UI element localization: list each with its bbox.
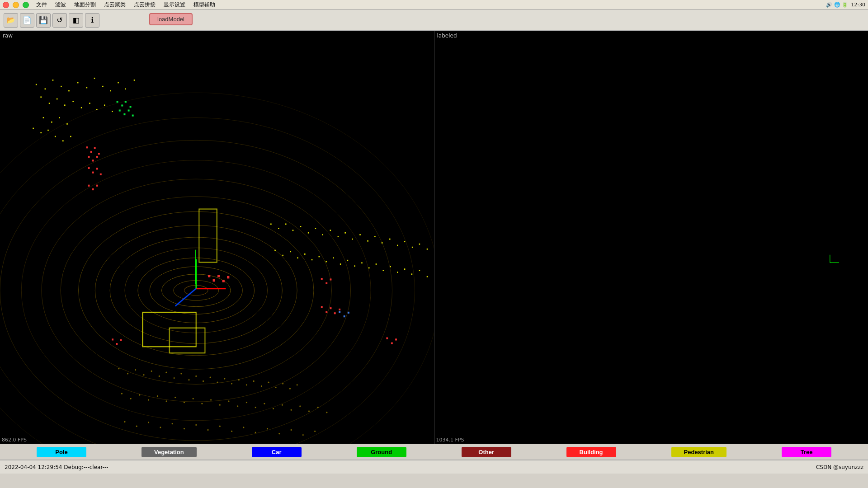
svg-point-162 bbox=[275, 387, 276, 388]
menu-cluster[interactable]: 点云聚类 bbox=[100, 1, 129, 9]
svg-rect-25 bbox=[110, 90, 111, 92]
filter-button[interactable]: ◧ bbox=[69, 13, 83, 28]
info-button[interactable]: ℹ bbox=[85, 13, 99, 28]
raw-viewport[interactable]: raw 862.0 FPS bbox=[0, 31, 434, 444]
svg-rect-100 bbox=[88, 167, 90, 169]
menu-file[interactable]: 文件 bbox=[33, 1, 51, 9]
svg-rect-23 bbox=[94, 78, 95, 79]
category-btn-other[interactable]: Other bbox=[462, 447, 511, 457]
svg-rect-110 bbox=[222, 280, 225, 282]
svg-rect-80 bbox=[340, 263, 341, 265]
svg-rect-85 bbox=[376, 263, 377, 265]
svg-point-183 bbox=[273, 408, 274, 409]
svg-rect-83 bbox=[361, 262, 363, 263]
svg-point-175 bbox=[201, 403, 203, 404]
menu-display[interactable]: 显示设置 bbox=[160, 1, 189, 9]
load-model-button[interactable]: loadModel bbox=[149, 13, 193, 25]
svg-point-160 bbox=[261, 385, 262, 387]
svg-rect-114 bbox=[330, 278, 331, 280]
svg-point-202 bbox=[267, 428, 268, 429]
svg-rect-46 bbox=[55, 136, 56, 137]
svg-rect-97 bbox=[88, 156, 90, 158]
svg-rect-125 bbox=[395, 338, 397, 340]
svg-rect-69 bbox=[419, 244, 420, 245]
svg-point-153 bbox=[210, 377, 211, 378]
svg-point-150 bbox=[188, 379, 189, 380]
svg-rect-76 bbox=[311, 259, 313, 260]
toolbar: 📂 📄 💾 ↺ ◧ ℹ loadModel bbox=[0, 10, 868, 31]
new-button[interactable]: 📄 bbox=[20, 13, 34, 28]
svg-rect-75 bbox=[304, 253, 306, 255]
svg-rect-27 bbox=[125, 88, 126, 89]
svg-rect-103 bbox=[100, 174, 102, 175]
save-button[interactable]: 💾 bbox=[36, 13, 51, 28]
labeled-label: labeled bbox=[437, 33, 457, 39]
svg-rect-208 bbox=[344, 315, 345, 317]
svg-rect-59 bbox=[344, 232, 346, 234]
svg-rect-53 bbox=[300, 226, 302, 227]
menu-filter[interactable]: 滤波 bbox=[52, 1, 70, 9]
svg-point-187 bbox=[308, 410, 310, 412]
svg-rect-121 bbox=[116, 343, 118, 345]
svg-rect-58 bbox=[338, 236, 339, 237]
menu-model[interactable]: 模型辅助 bbox=[190, 1, 219, 9]
svg-point-145 bbox=[151, 371, 152, 372]
svg-rect-22 bbox=[86, 87, 88, 89]
svg-rect-65 bbox=[389, 239, 391, 240]
raw-fps: 862.0 FPS bbox=[2, 437, 27, 443]
menu-bar: 文件 滤波 地面分割 点云聚类 点云拼接 显示设置 模型辅助 bbox=[33, 1, 822, 9]
svg-point-169 bbox=[148, 399, 149, 400]
menu-ground-seg[interactable]: 地面分割 bbox=[71, 1, 99, 9]
maximize-button[interactable] bbox=[23, 2, 29, 8]
svg-rect-31 bbox=[57, 99, 58, 100]
svg-rect-119 bbox=[339, 309, 340, 310]
svg-rect-102 bbox=[96, 168, 98, 169]
category-btn-pedestrian[interactable]: Pedestrian bbox=[671, 447, 726, 457]
svg-point-191 bbox=[136, 426, 137, 427]
menu-stitch[interactable]: 点云拼接 bbox=[130, 1, 159, 9]
svg-rect-109 bbox=[217, 275, 220, 277]
svg-rect-71 bbox=[274, 250, 276, 251]
title-bar: 文件 滤波 地面分割 点云聚类 点云拼接 显示设置 模型辅助 🔊 🌐 🔋 12:… bbox=[0, 0, 868, 10]
svg-rect-108 bbox=[213, 279, 215, 282]
svg-rect-68 bbox=[412, 247, 413, 248]
svg-rect-116 bbox=[326, 311, 327, 313]
svg-rect-38 bbox=[112, 111, 113, 112]
svg-rect-94 bbox=[90, 151, 92, 153]
svg-rect-41 bbox=[59, 117, 60, 118]
svg-rect-104 bbox=[88, 185, 90, 187]
labeled-viewport[interactable]: labeled 1034.1 FPS bbox=[434, 31, 868, 444]
open-button[interactable]: 📂 bbox=[4, 13, 18, 28]
category-btn-vegetation[interactable]: Vegetation bbox=[142, 447, 197, 457]
svg-point-192 bbox=[148, 422, 149, 423]
close-button[interactable] bbox=[3, 2, 9, 8]
svg-rect-89 bbox=[404, 268, 406, 270]
svg-rect-47 bbox=[62, 140, 64, 141]
clock: 12:30 bbox=[851, 2, 865, 8]
svg-point-180 bbox=[246, 402, 247, 403]
svg-rect-34 bbox=[81, 107, 82, 108]
svg-rect-54 bbox=[308, 232, 309, 234]
svg-point-142 bbox=[127, 373, 128, 374]
svg-point-182 bbox=[264, 403, 265, 404]
category-btn-building[interactable]: Building bbox=[566, 447, 616, 457]
svg-rect-129 bbox=[130, 106, 132, 108]
svg-point-186 bbox=[299, 405, 301, 407]
category-btn-ground[interactable]: Ground bbox=[357, 447, 406, 457]
svg-point-176 bbox=[210, 399, 212, 400]
reset-button[interactable]: ↺ bbox=[52, 13, 67, 28]
svg-point-184 bbox=[282, 404, 283, 405]
svg-rect-126 bbox=[117, 101, 118, 103]
category-btn-car[interactable]: Car bbox=[252, 447, 302, 457]
category-btn-pole[interactable]: Pole bbox=[37, 447, 86, 457]
minimize-button[interactable] bbox=[13, 2, 19, 8]
svg-point-181 bbox=[255, 407, 256, 408]
category-bar: PoleVegetationCarGroundOtherBuildingPede… bbox=[0, 444, 868, 460]
category-btn-tree[interactable]: Tree bbox=[782, 447, 831, 457]
svg-point-148 bbox=[174, 377, 175, 379]
svg-rect-124 bbox=[391, 343, 393, 344]
system-tray: 🔊 🌐 🔋 12:30 bbox=[826, 2, 865, 8]
svg-point-159 bbox=[253, 380, 255, 382]
svg-point-157 bbox=[238, 379, 240, 380]
svg-rect-130 bbox=[119, 109, 121, 111]
